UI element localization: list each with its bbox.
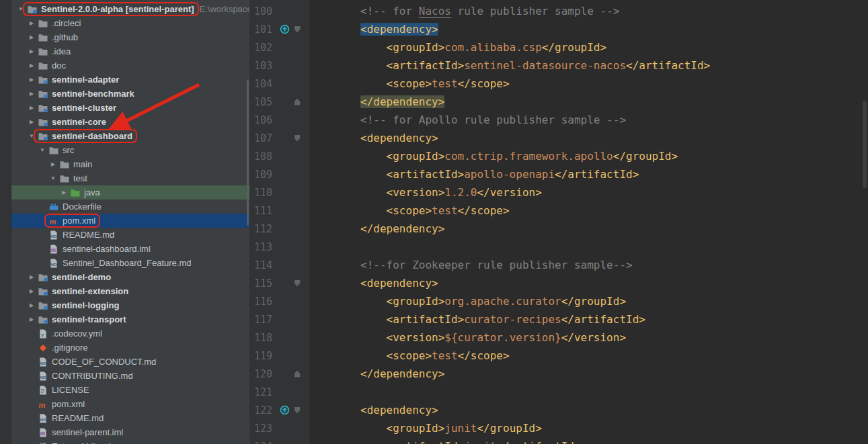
dependency-update-gutter-icon[interactable]: [277, 405, 292, 415]
tree-item-src[interactable]: ▼src: [11, 143, 249, 157]
code-text[interactable]: <groupId>junit</groupId>: [309, 419, 542, 437]
tree-scrollbar[interactable]: [247, 79, 249, 226]
chevron-collapsed-icon[interactable]: ▶: [26, 302, 37, 308]
tree-item-circleci[interactable]: ▶.circleci: [11, 16, 249, 30]
tree-item-sentinel-2-0-0-alpha-sentinel-parent[interactable]: ▼Sentinel-2.0.0-alpha [sentinel-parent]E…: [11, 2, 249, 16]
tree-item-readme-md[interactable]: MDREADME.md: [11, 228, 249, 242]
chevron-collapsed-icon[interactable]: ▶: [26, 91, 37, 97]
tree-item-sentinel-benchmark[interactable]: ▶sentinel-benchmark: [11, 87, 249, 101]
tree-item-pom-xml[interactable]: mpom.xml: [11, 397, 249, 411]
code-line-121[interactable]: 121: [249, 383, 868, 401]
chevron-collapsed-icon[interactable]: ▶: [26, 77, 37, 83]
code-text[interactable]: <artifactId>apollo-openapi</artifactId>: [309, 165, 639, 183]
code-text[interactable]: <scope>test</scope>: [309, 347, 510, 365]
chevron-collapsed-icon[interactable]: ▶: [48, 161, 58, 167]
code-line-105[interactable]: 105 </dependency>: [249, 93, 868, 111]
code-line-120[interactable]: 120 </dependency>: [249, 365, 868, 383]
code-text[interactable]: <scope>test</scope>: [309, 75, 510, 93]
dependency-update-gutter-icon[interactable]: [277, 24, 292, 34]
tree-item-sentinel-adapter[interactable]: ▶sentinel-adapter: [11, 73, 249, 87]
code-line-108[interactable]: 108 <groupId>com.ctrip.framework.apollo<…: [249, 147, 868, 165]
code-line-124[interactable]: 124 <artifactId>junit</artifactId>: [249, 437, 868, 444]
code-text[interactable]: <!--for Zookeeper rule publisher sample-…: [309, 256, 633, 274]
code-text[interactable]: <artifactId>sentinel-datasource-nacos</a…: [309, 56, 710, 75]
chevron-expanded-icon[interactable]: ▼: [26, 133, 37, 139]
tree-item-github[interactable]: ▶.github: [11, 30, 249, 44]
chevron-collapsed-icon[interactable]: ▶: [26, 288, 37, 294]
code-text[interactable]: <!-- for Apollo rule publisher sample --…: [309, 111, 626, 129]
tree-item-external-libraries[interactable]: ▶External Libraries: [11, 439, 249, 444]
tree-item-pom-xml[interactable]: mpom.xml: [11, 214, 249, 228]
code-line-104[interactable]: 104 <scope>test</scope>: [249, 75, 868, 93]
fold-down-icon[interactable]: [294, 135, 301, 142]
tree-item-dockerfile[interactable]: Dockerfile: [11, 199, 249, 214]
code-line-112[interactable]: 112 </dependency>: [249, 220, 868, 238]
code-line-102[interactable]: 102 <groupId>com.alibaba.csp</groupId>: [249, 38, 868, 56]
chevron-expanded-icon[interactable]: ▼: [48, 175, 58, 181]
code-line-109[interactable]: 109 <artifactId>apollo-openapi</artifact…: [249, 165, 868, 183]
chevron-collapsed-icon[interactable]: ▶: [26, 20, 37, 26]
chevron-collapsed-icon[interactable]: ▶: [26, 34, 37, 40]
tree-item-sentinel-dashboard-iml[interactable]: sentinel-dashboard.iml: [11, 242, 249, 256]
code-text[interactable]: <dependency>: [309, 274, 438, 292]
code-line-106[interactable]: 106 <!-- for Apollo rule publisher sampl…: [249, 111, 868, 129]
code-text[interactable]: <groupId>com.alibaba.csp</groupId>: [309, 38, 606, 56]
chevron-collapsed-icon[interactable]: ▶: [26, 316, 37, 322]
code-text[interactable]: <groupId>org.apache.curator</groupId>: [309, 292, 626, 310]
code-line-103[interactable]: 103 <artifactId>sentinel-datasource-naco…: [249, 56, 868, 75]
code-line-118[interactable]: 118 <version>${curator.version}</version…: [249, 328, 868, 347]
tree-item-code-of-conduct-md[interactable]: MDCODE_OF_CONDUCT.md: [11, 355, 249, 369]
tree-item-sentinel-dashboard[interactable]: ▼sentinel-dashboard: [11, 129, 249, 143]
chevron-collapsed-icon[interactable]: ▶: [58, 189, 69, 195]
tree-item-sentinel-demo[interactable]: ▶sentinel-demo: [11, 270, 249, 284]
chevron-collapsed-icon[interactable]: ▶: [26, 62, 37, 69]
code-line-116[interactable]: 116 <groupId>org.apache.curator</groupId…: [249, 292, 868, 310]
tree-item-gitignore[interactable]: .gitignore: [11, 341, 249, 355]
code-text[interactable]: </dependency>: [309, 93, 444, 111]
code-text[interactable]: <version>1.2.0</version>: [309, 183, 542, 202]
tree-item-sentinel-parent-iml[interactable]: sentinel-parent.iml: [11, 425, 249, 439]
tree-item-doc[interactable]: ▶doc: [11, 58, 249, 73]
code-text[interactable]: </dependency>: [309, 365, 444, 383]
code-line-101[interactable]: 101 <dependency>: [249, 20, 868, 38]
tree-item-idea[interactable]: ▶.idea: [11, 44, 249, 58]
tree-item-main[interactable]: ▶main: [11, 157, 249, 171]
fold-down-icon[interactable]: [294, 26, 301, 33]
fold-down-icon[interactable]: [294, 407, 301, 414]
code-line-114[interactable]: 114 <!--for Zookeeper rule publisher sam…: [249, 256, 868, 274]
fold-up-icon[interactable]: [294, 99, 301, 105]
tree-item-codecov-yml[interactable]: Y.codecov.yml: [11, 326, 249, 341]
tool-window-stripe[interactable]: [0, 0, 11, 444]
code-line-119[interactable]: 119 <scope>test</scope>: [249, 347, 868, 365]
chevron-collapsed-icon[interactable]: ▶: [26, 274, 37, 280]
code-text[interactable]: <dependency>: [309, 129, 438, 147]
code-line-100[interactable]: 100 <!-- for Nacos rule publisher sample…: [249, 2, 868, 20]
code-line-113[interactable]: 113: [249, 238, 868, 256]
code-text[interactable]: <!-- for Nacos rule publisher sample -->: [309, 2, 619, 20]
tree-item-sentinel-cluster[interactable]: ▶sentinel-cluster: [11, 101, 249, 115]
tree-item-sentinel-core[interactable]: ▶sentinel-core: [11, 115, 249, 129]
chevron-expanded-icon[interactable]: ▼: [37, 147, 48, 153]
tree-item-test[interactable]: ▼test: [11, 171, 249, 185]
code-line-123[interactable]: 123 <groupId>junit</groupId>: [249, 419, 868, 437]
code-text[interactable]: </dependency>: [309, 220, 444, 238]
tree-item-java[interactable]: ▶java: [11, 185, 249, 199]
fold-down-icon[interactable]: [294, 280, 301, 287]
tree-item-contributing-md[interactable]: MDCONTRIBUTING.md: [11, 369, 249, 383]
chevron-collapsed-icon[interactable]: ▶: [26, 48, 37, 54]
chevron-collapsed-icon[interactable]: ▶: [26, 105, 37, 111]
tree-item-readme-md[interactable]: MDREADME.md: [11, 411, 249, 425]
tree-item-sentinel-extension[interactable]: ▶sentinel-extension: [11, 284, 249, 298]
code-line-110[interactable]: 110 <version>1.2.0</version>: [249, 183, 868, 202]
code-line-122[interactable]: 122 <dependency>: [249, 401, 868, 419]
tree-item-sentinel-dashboard-feature-md[interactable]: MDSentinel_Dashboard_Feature.md: [11, 256, 249, 270]
code-text[interactable]: <scope>test</scope>: [309, 202, 510, 220]
code-line-115[interactable]: 115 <dependency>: [249, 274, 868, 292]
tree-item-license[interactable]: LICENSE: [11, 383, 249, 397]
code-line-117[interactable]: 117 <artifactId>curator-recipes</artifac…: [249, 310, 868, 328]
code-line-111[interactable]: 111 <scope>test</scope>: [249, 202, 868, 220]
code-text[interactable]: <dependency>: [309, 20, 438, 38]
code-text[interactable]: <artifactId>curator-recipes</artifactId>: [309, 310, 645, 328]
tree-item-sentinel-logging[interactable]: ▶sentinel-logging: [11, 298, 249, 312]
code-text[interactable]: <artifactId>junit</artifactId>: [309, 437, 581, 444]
